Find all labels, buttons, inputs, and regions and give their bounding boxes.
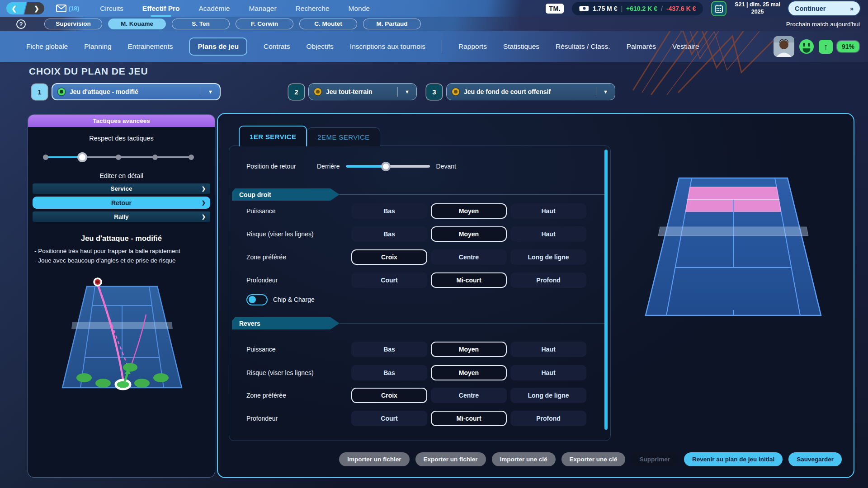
edit-service-button[interactable]: Service ❯: [33, 183, 210, 194]
back-button[interactable]: ❮: [6, 2, 26, 14]
money-icon: [579, 5, 589, 12]
menu-item-monde[interactable]: Monde: [349, 5, 370, 13]
tab-objectifs[interactable]: Objectifs: [307, 42, 334, 51]
option-button[interactable]: Croix: [351, 388, 427, 403]
calendar-button[interactable]: [711, 1, 726, 16]
option-button[interactable]: Long de ligne: [510, 388, 586, 403]
option-button[interactable]: Court: [351, 272, 427, 288]
option-button[interactable]: Haut: [510, 365, 586, 380]
tab-fiche-globale[interactable]: Fiche globale: [26, 42, 68, 51]
export-file-button[interactable]: Exporter un fichier: [415, 452, 486, 466]
tab-rapports[interactable]: Rapports: [458, 42, 487, 51]
plan-dropdown-2[interactable]: Jeu tout-terrain ▼: [308, 83, 417, 100]
plan-notes: - Positionné très haut pour frapper la b…: [34, 247, 210, 266]
history-nav: ❮ ❯: [6, 2, 44, 14]
tab-vestiaire[interactable]: Vestiaire: [672, 42, 699, 51]
plan-dropdown-3[interactable]: Jeu de fond de court offensif ▼: [446, 83, 615, 100]
service-tabs: 1ER SERVICE 2EME SERVICE: [239, 126, 380, 146]
option-button[interactable]: Bas: [351, 203, 427, 219]
option-button[interactable]: Bas: [351, 342, 427, 357]
subnav-item-partaud[interactable]: M. Partaud: [363, 19, 421, 29]
tab-inscriptions[interactable]: Inscriptions aux tournois: [350, 42, 425, 51]
option-button[interactable]: Haut: [510, 342, 586, 357]
import-key-button[interactable]: Importer une clé: [492, 452, 556, 466]
import-file-button[interactable]: Importer un fichier: [339, 452, 409, 466]
plan-note: - Joue avec beaucoup d'angles et de pris…: [34, 256, 210, 266]
option-button[interactable]: Moyen: [431, 342, 507, 357]
tab-planning[interactable]: Planning: [84, 42, 111, 51]
player-avatar[interactable]: [774, 36, 794, 57]
subnav-item-kouame[interactable]: M. Kouame: [108, 19, 166, 29]
slider-handle[interactable]: [381, 162, 391, 171]
option-group: Bas Moyen Haut: [351, 203, 586, 219]
tab-entrainements[interactable]: Entrainements: [128, 42, 173, 51]
tab-2eme-service[interactable]: 2EME SERVICE: [307, 127, 380, 146]
option-button[interactable]: Croix: [351, 249, 427, 265]
chip-and-charge-toggle[interactable]: [246, 294, 268, 305]
edit-rally-button[interactable]: Rally ❯: [33, 211, 210, 222]
option-button[interactable]: Mi-court: [431, 411, 507, 426]
option-button[interactable]: Haut: [510, 203, 586, 219]
option-button[interactable]: Court: [351, 411, 427, 426]
option-button[interactable]: Mi-court: [431, 272, 507, 288]
option-group: Bas Moyen Haut: [351, 342, 586, 357]
option-button[interactable]: Moyen: [431, 365, 507, 380]
plan-slot-number[interactable]: 1: [32, 84, 47, 100]
section-banner: Coup droit: [232, 188, 340, 201]
revert-plan-button[interactable]: Revenir au plan de jeu initial: [684, 452, 783, 466]
slider-handle[interactable]: [77, 152, 87, 162]
chevron-down-icon: ▼: [402, 89, 412, 94]
option-button[interactable]: Centre: [431, 388, 507, 403]
plan-dropdown-1[interactable]: Jeu d'attaque - modifié ▼: [52, 83, 221, 100]
tactics-court-diagram: [50, 274, 194, 409]
tactics-respect-slider[interactable]: [46, 154, 191, 161]
option-button[interactable]: Bas: [351, 365, 427, 380]
slider-stop: [189, 155, 194, 160]
menu-item-recherche[interactable]: Recherche: [296, 5, 330, 13]
forward-button[interactable]: ❯: [24, 2, 44, 14]
plan-slot-3: 3 Jeu de fond de court offensif ▼: [426, 83, 615, 100]
menu-item-circuits[interactable]: Circuits: [100, 5, 123, 13]
continue-button[interactable]: Continuer »: [788, 1, 860, 15]
option-row-label: Puissance: [246, 346, 351, 353]
return-position-slider[interactable]: [346, 162, 430, 171]
subnav-item-supervision[interactable]: Supervision: [44, 19, 102, 29]
save-button[interactable]: Sauvegarder: [788, 452, 842, 466]
option-button[interactable]: Profond: [510, 411, 586, 426]
menu-item-effectif-pro[interactable]: Effectif Pro: [142, 5, 180, 13]
tab-statistiques[interactable]: Statistiques: [503, 42, 539, 51]
finance-expense: -437.6 K €: [666, 5, 696, 12]
help-icon[interactable]: ?: [16, 19, 26, 29]
option-button[interactable]: Bas: [351, 226, 427, 242]
edit-retour-button[interactable]: Retour ❯: [33, 197, 210, 209]
editor-content-box: Position de retour Derrière Devant Coup …: [229, 145, 611, 441]
tab-palmares[interactable]: Palmarès: [627, 42, 656, 51]
tab-1er-service[interactable]: 1ER SERVICE: [239, 126, 307, 146]
tab-resultats[interactable]: Résultats / Class.: [556, 42, 610, 51]
tab-contrats[interactable]: Contrats: [264, 42, 290, 51]
return-position-label: Position de retour: [246, 163, 311, 170]
button-label: Rally: [114, 213, 128, 220]
mail-button[interactable]: (18): [56, 5, 79, 12]
menu-item-academie[interactable]: Académie: [198, 5, 230, 13]
plan-slot-number[interactable]: 2: [288, 84, 304, 100]
avatar-photo: [774, 36, 794, 57]
option-button[interactable]: Haut: [510, 226, 586, 242]
export-key-button[interactable]: Exporter une clé: [561, 452, 626, 466]
option-button[interactable]: Profond: [510, 272, 586, 288]
plan-slot-number[interactable]: 3: [426, 84, 442, 100]
option-button[interactable]: Centre: [431, 249, 507, 265]
subnav-item-ten[interactable]: S. Ten: [172, 19, 230, 29]
tab-plans-de-jeu[interactable]: Plans de jeu: [189, 38, 247, 56]
delete-button[interactable]: Supprimer: [631, 452, 678, 466]
option-button[interactable]: Long de ligne: [510, 249, 586, 265]
slider-stop: [116, 155, 121, 160]
option-button[interactable]: Moyen: [431, 226, 507, 242]
option-button[interactable]: Moyen: [431, 203, 507, 219]
subnav-item-corwin[interactable]: F. Corwin: [236, 19, 293, 29]
advanced-tactics-panel: Tactiques avancées Respect des tactiques…: [28, 114, 215, 478]
subnav-item-moutet[interactable]: C. Moutet: [299, 19, 357, 29]
menu-item-manager[interactable]: Manager: [249, 5, 276, 13]
option-row-label: Puissance: [246, 207, 351, 215]
tm-logo: TM.: [546, 4, 564, 14]
